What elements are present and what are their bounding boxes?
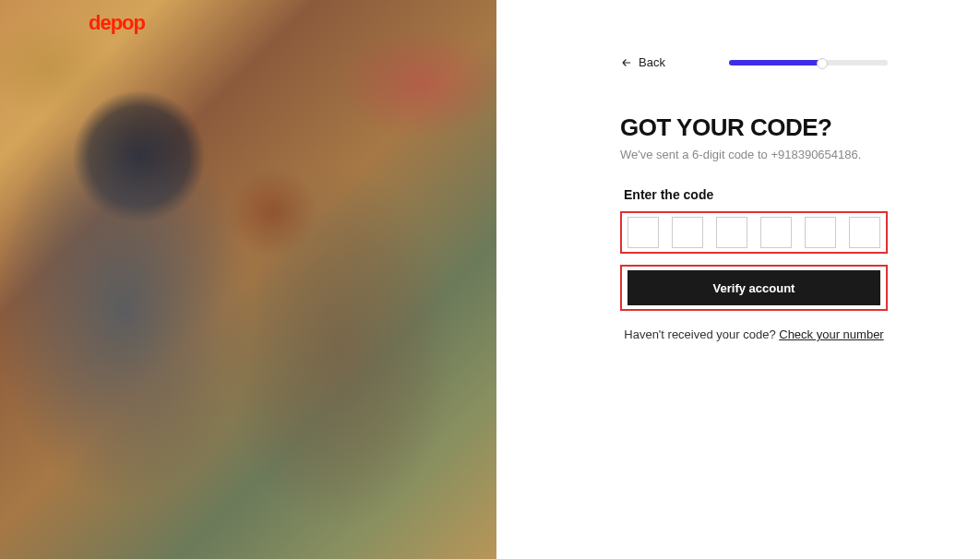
progress-fill [729, 60, 824, 65]
code-digit-5[interactable] [805, 217, 836, 248]
code-inputs-row [627, 217, 880, 248]
code-input-highlight [620, 211, 888, 254]
check-number-link[interactable]: Check your number [779, 327, 883, 341]
code-digit-3[interactable] [716, 217, 747, 248]
depop-logo: depop [89, 11, 145, 35]
code-label: Enter the code [624, 187, 888, 202]
page-subtext: We've sent a 6-digit code to +9183906541… [620, 148, 888, 161]
resend-row: Haven't received your code? Check your n… [620, 327, 888, 341]
code-digit-6[interactable] [849, 217, 880, 248]
page-heading: GOT YOUR CODE? [620, 113, 888, 142]
progress-bar [729, 60, 888, 65]
top-row: Back [620, 55, 888, 69]
back-button[interactable]: Back [620, 55, 665, 69]
arrow-left-icon [620, 56, 633, 69]
hero-image-panel: depop [0, 0, 496, 559]
verify-button-highlight: Verify account [620, 265, 888, 311]
code-digit-4[interactable] [760, 217, 792, 248]
verification-panel: Back GOT YOUR CODE? We've sent a 6-digit… [496, 0, 980, 559]
back-label: Back [639, 55, 665, 69]
verify-account-button[interactable]: Verify account [627, 270, 880, 305]
code-digit-1[interactable] [627, 217, 659, 248]
resend-prompt: Haven't received your code? [624, 327, 779, 341]
code-digit-2[interactable] [672, 217, 703, 248]
